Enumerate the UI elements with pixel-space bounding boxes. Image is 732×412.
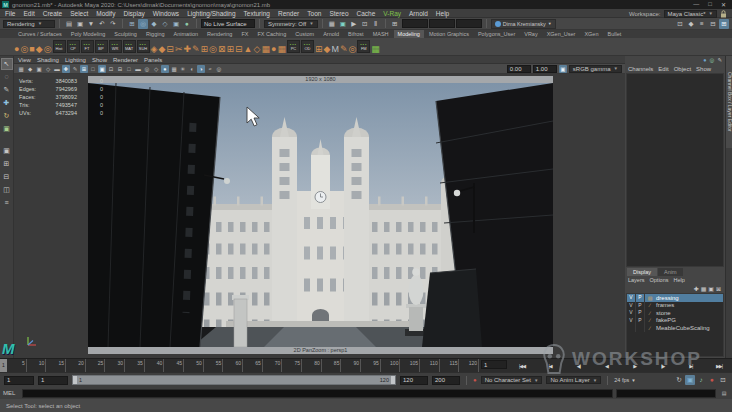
time-tick[interactable]: 40 xyxy=(145,359,165,372)
lock-workspace-icon[interactable] xyxy=(720,10,727,18)
two-d-pan-zoom-icon[interactable]: ✚ xyxy=(62,65,70,73)
channel-box-toggle-icon[interactable]: ⊞ xyxy=(719,19,729,29)
sculpt-tool-icon[interactable]: ● ••• xyxy=(271,38,276,56)
xgen-grid-icon[interactable]: ▦ ••• xyxy=(371,38,380,56)
toon-outline-icon[interactable]: ◎ ••• xyxy=(348,38,356,56)
grease-pencil-icon[interactable]: ✎ xyxy=(71,65,79,73)
od-chip[interactable]: •••OD xyxy=(301,40,314,53)
shelf-tab[interactable]: Curves / Surfaces xyxy=(14,30,66,38)
poly-torus-icon[interactable]: ◎ ••• xyxy=(44,38,52,56)
layer-type-icon[interactable]: ∕ xyxy=(645,302,655,308)
Help[interactable]: Help xyxy=(436,10,449,17)
channel-box-menu-item[interactable]: Show xyxy=(696,66,711,72)
separate-icon[interactable]: ⊟ ••• xyxy=(235,38,243,56)
time-tick[interactable]: 50 xyxy=(184,359,204,372)
use-all-lights-icon[interactable]: ☀ xyxy=(179,65,187,73)
time-tick[interactable]: 95 xyxy=(361,359,381,372)
Render[interactable]: Render xyxy=(278,10,299,17)
panel-menu-item[interactable]: View xyxy=(18,57,31,63)
tool-settings-toggle-icon[interactable]: ≡ xyxy=(697,19,707,29)
Windows[interactable]: Windows xyxy=(153,10,179,17)
character-set-icon[interactable]: ● xyxy=(473,377,477,383)
shelf-tab[interactable]: FX xyxy=(237,30,252,38)
shelf-tab[interactable]: Bifrost xyxy=(344,30,368,38)
layer-playback-toggle[interactable]: P xyxy=(636,309,645,317)
lasso-select-tool[interactable]: ◌ xyxy=(1,71,13,83)
single-pane-layout-button[interactable]: ▣ xyxy=(1,145,13,157)
view-transform-selector[interactable]: sRGB gamma▼ xyxy=(569,65,622,73)
textured-icon[interactable]: ▦ xyxy=(170,65,178,73)
layer-editor-tab[interactable]: Display xyxy=(627,268,657,276)
screen-space-ao-icon[interactable]: ◑ xyxy=(197,65,205,73)
pause-viewport-icon[interactable]: Ⅱ xyxy=(371,19,381,29)
frame-all-icon[interactable]: ◎ xyxy=(143,65,151,73)
layer-name[interactable]: dressing xyxy=(655,295,679,301)
suh-chip[interactable]: •••SUH xyxy=(137,40,150,53)
time-tick[interactable]: 10 xyxy=(27,359,47,372)
range-start-handle[interactable] xyxy=(73,376,77,384)
scale-tool[interactable]: ▣ xyxy=(1,123,13,135)
undo-icon[interactable]: ↶ xyxy=(97,19,107,29)
extrude-icon[interactable]: ◈ ••• xyxy=(151,38,158,56)
poly-cube-icon[interactable]: ■ ••• xyxy=(29,38,34,56)
snap-to-point-icon[interactable]: ◆ xyxy=(149,19,159,29)
time-tick[interactable]: 75 xyxy=(282,359,302,372)
layer-row[interactable]: V P ∕ frames xyxy=(627,302,723,310)
create-layer-from-selected-icon[interactable]: ▣ xyxy=(708,285,714,292)
time-tick[interactable]: 120 xyxy=(459,359,479,372)
menu-set-selector[interactable]: Rendering▼ xyxy=(3,20,55,28)
live-surface-field[interactable]: No Live Surface xyxy=(201,19,255,28)
cp-chip[interactable]: •••CP xyxy=(67,40,80,53)
paint-effects-icon[interactable]: ✎ ••• xyxy=(340,38,348,56)
layer-row[interactable]: ∕ MeableCubeScaling xyxy=(627,324,723,332)
time-tick[interactable]: 35 xyxy=(125,359,145,372)
layer-name[interactable]: fakePG xyxy=(655,317,676,323)
channel-box-menu-item[interactable]: Channels xyxy=(628,66,653,72)
panel-menu-item[interactable]: Shading xyxy=(37,57,59,63)
attribute-editor-toggle-icon[interactable]: ⊟ xyxy=(708,19,718,29)
layer-visibility-toggle[interactable]: V xyxy=(627,302,636,310)
snap-to-view-plane-icon[interactable]: ▣ xyxy=(171,19,181,29)
Edit[interactable]: Edit xyxy=(23,10,34,17)
combine-icon[interactable]: ⊞ ••• xyxy=(227,38,235,56)
wedge-icon[interactable]: ▲ ••• xyxy=(244,38,253,56)
shelf-tab[interactable]: Sculpting xyxy=(110,30,141,38)
layer-name[interactable]: stone xyxy=(655,310,671,316)
playback-end-field[interactable]: 120 xyxy=(400,376,428,385)
ft-chip[interactable]: •••FT xyxy=(81,40,94,53)
shelf-tab[interactable]: Custom xyxy=(291,30,318,38)
layer-editor-menu-item[interactable]: Options xyxy=(650,277,669,283)
channel-box-side-tab[interactable]: Channel Box / Layer Editor xyxy=(726,56,732,148)
layer-editor-menu-item[interactable]: Layers xyxy=(628,277,645,283)
resolution-gate-icon[interactable]: ▣ xyxy=(98,65,106,73)
layer-visibility-toggle[interactable]: V xyxy=(627,309,636,317)
time-tick[interactable]: 110 xyxy=(420,359,440,372)
time-tick[interactable]: 5 xyxy=(7,359,27,372)
exposure-field[interactable]: 0.00 xyxy=(507,65,531,73)
time-tick[interactable]: 115 xyxy=(440,359,460,372)
workspace-selector[interactable]: Maya Classic*▼ xyxy=(664,10,717,18)
layer-visibility-toggle[interactable]: V xyxy=(627,294,636,302)
image-plane-icon[interactable]: ▬ xyxy=(53,65,61,73)
Texturing[interactable]: Texturing xyxy=(244,10,270,17)
layer-playback-toggle[interactable] xyxy=(636,324,645,332)
layer-type-icon[interactable]: ∕ xyxy=(645,317,655,323)
multi-cut-icon[interactable]: ✂ ••• xyxy=(175,38,183,56)
layer-visibility-toggle[interactable]: V xyxy=(627,317,636,325)
shadows-icon[interactable]: ◐ xyxy=(188,65,196,73)
shelf-tab[interactable]: MASH xyxy=(369,30,393,38)
snap-to-projected-center-icon[interactable]: ◇ xyxy=(160,19,170,29)
redo-icon[interactable]: ↷ xyxy=(108,19,118,29)
play-backward-button[interactable]: ◀ xyxy=(596,363,616,369)
maximize-button[interactable]: □ xyxy=(708,1,712,8)
time-tick[interactable]: 60 xyxy=(223,359,243,372)
range-slider[interactable]: 1 120 xyxy=(72,375,396,385)
render-view-icon[interactable]: ▦ xyxy=(327,19,337,29)
Lighting/Shading[interactable]: Lighting/Shading xyxy=(187,10,235,17)
Modify[interactable]: Modify xyxy=(96,10,115,17)
layer-editor-tab[interactable]: Anim xyxy=(658,268,683,276)
range-end-handle[interactable] xyxy=(391,376,395,384)
layer-type-icon[interactable]: ∕ xyxy=(645,325,655,331)
Cache[interactable]: Cache xyxy=(357,10,376,17)
layer-row[interactable]: V P ∕ stone xyxy=(627,309,723,317)
